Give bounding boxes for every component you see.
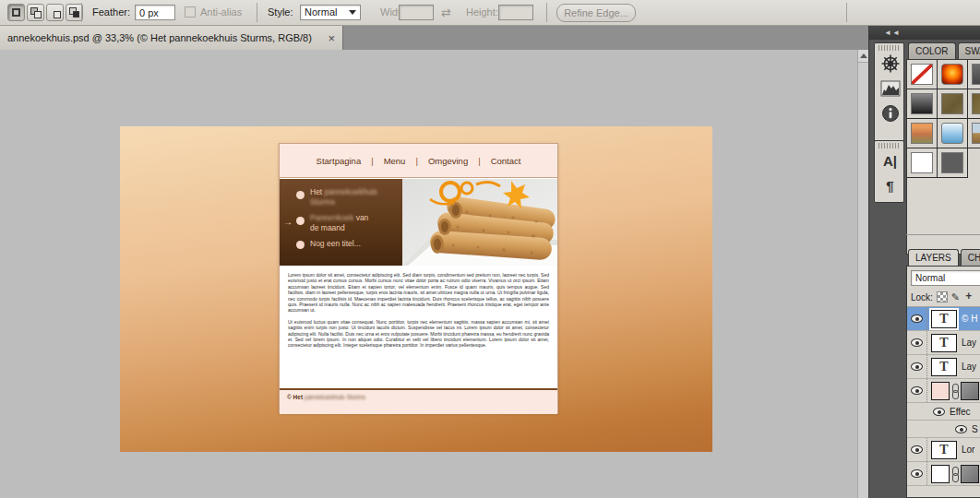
paragraph-panel-button[interactable]: ¶	[875, 173, 905, 198]
style-swatch-blue-glass[interactable]	[938, 119, 968, 148]
visibility-toggle[interactable]	[907, 379, 927, 402]
sidebar-item-2[interactable]: Pannenkoek vande maand	[310, 213, 368, 232]
style-swatch-brown-texture[interactable]	[938, 89, 968, 119]
bullet-icon	[296, 217, 305, 225]
active-arrow-icon: →	[283, 217, 293, 227]
gray-gradient-style-thumbnail	[911, 93, 933, 114]
collapse-to-icons-icon[interactable]: ◄◄	[884, 29, 901, 37]
layer-row-lorem-text[interactable]: T Lor	[907, 438, 980, 462]
new-selection-button[interactable]	[7, 4, 25, 21]
scroll-up-arrow[interactable]	[858, 50, 868, 63]
visibility-toggle[interactable]	[907, 307, 927, 330]
sunset-style-thumbnail	[911, 123, 933, 144]
layer-row-copyright-text[interactable]: T © H	[907, 307, 980, 331]
layer-row-text[interactable]: T Lay	[907, 355, 980, 379]
close-icon[interactable]: ×	[328, 32, 335, 44]
layer-row-fill-white[interactable]	[907, 462, 980, 486]
effect-item-label[interactable]: S	[972, 424, 978, 434]
character-icon: A|	[883, 153, 897, 169]
layers-panel: Normal Lock: ✎ + T © H T Lay T Lay	[906, 266, 980, 498]
visibility-toggle[interactable]	[907, 331, 927, 354]
tab-layers[interactable]: LAYERS	[908, 249, 959, 266]
add-to-selection-button[interactable]	[27, 4, 44, 21]
layers-panel-tabs: LAYERS CHAN	[908, 249, 980, 266]
layer-row-text[interactable]: T Lay	[907, 331, 980, 355]
tab-channels[interactable]: CHAN	[961, 249, 980, 266]
text-layer-thumbnail[interactable]: T	[931, 310, 957, 328]
paragraph-icon: ¶	[886, 178, 893, 194]
style-swatch-charcoal[interactable]	[938, 148, 968, 178]
vertical-scrollbar[interactable]	[857, 50, 868, 498]
text-layer-thumbnail[interactable]: T	[931, 334, 957, 352]
nav-item-menu[interactable]: Menu	[384, 156, 406, 166]
character-panel-button[interactable]: A|	[875, 148, 905, 173]
layer-effects-row[interactable]: Effec	[907, 403, 980, 421]
layer-name[interactable]: Lor	[962, 445, 974, 455]
style-swatch-sunset[interactable]	[907, 119, 938, 148]
eye-icon	[911, 314, 923, 323]
layer-row-fill-pink[interactable]	[907, 379, 980, 403]
collapse-panels-bar[interactable]: ◄◄	[869, 26, 980, 40]
document-tab-bar: annekoekhuis.psd @ 33,3% (© Het pannekoe…	[0, 26, 868, 50]
visibility-toggle[interactable]	[907, 355, 927, 378]
lock-transparency-icon[interactable]	[937, 291, 948, 302]
style-label: Style:	[268, 6, 293, 18]
layer-mask-thumbnail[interactable]	[961, 382, 979, 400]
tab-swatches[interactable]: SWAT	[958, 42, 980, 59]
style-swatch-white[interactable]	[907, 148, 938, 178]
layer-name[interactable]: © H	[962, 314, 977, 324]
style-swatch-orange-glow[interactable]	[938, 60, 968, 89]
style-swatch-olive-texture[interactable]	[968, 89, 980, 119]
info-icon	[881, 104, 900, 123]
width-input[interactable]	[399, 5, 434, 20]
panel-resize-handle[interactable]	[906, 234, 980, 235]
nav-item-contact[interactable]: Contact	[491, 156, 521, 166]
style-swatch-gray-gradient[interactable]	[907, 89, 938, 119]
lock-row: Lock: ✎ +	[907, 289, 980, 307]
antialias-checkbox[interactable]	[185, 6, 196, 18]
style-swatch-dark-gray[interactable]	[968, 60, 980, 89]
psd-canvas[interactable]: Startpagina | Menu | Omgeving | Contact …	[120, 126, 712, 452]
charcoal-style-thumbnail	[941, 152, 963, 173]
style-swatch-no-style[interactable]	[907, 60, 938, 89]
eye-icon	[911, 386, 923, 395]
eye-icon[interactable]	[955, 425, 967, 433]
sidebar-item-1[interactable]: Het pannekoekhuisSturms	[310, 187, 377, 207]
lock-label: Lock:	[911, 292, 933, 302]
feather-input[interactable]	[135, 5, 175, 20]
blend-mode-dropdown[interactable]: Normal	[911, 270, 980, 286]
orange-glow-style-thumbnail	[941, 64, 963, 85]
nav-item-omgeving[interactable]: Omgeving	[428, 156, 468, 166]
text-layer-thumbnail[interactable]: T	[931, 358, 957, 376]
swap-dimensions-icon[interactable]: ⇄	[441, 6, 451, 19]
style-dropdown[interactable]: Normal	[300, 5, 361, 20]
fill-layer-thumbnail[interactable]	[931, 465, 950, 483]
subtract-from-selection-button[interactable]	[46, 4, 64, 21]
tab-color[interactable]: COLOR	[908, 42, 956, 59]
layer-name[interactable]: Lay	[962, 338, 976, 348]
lock-pixels-icon[interactable]: ✎	[951, 291, 962, 302]
website-footer: © Het pannekoekhuis Sturms	[280, 388, 557, 414]
layer-effect-item-row[interactable]: S	[907, 421, 980, 438]
refine-edge-button[interactable]: Refine Edge...	[556, 4, 636, 22]
info-panel-button[interactable]	[875, 101, 905, 125]
histogram-panel-button[interactable]	[875, 76, 905, 101]
document-tab[interactable]: annekoekhuis.psd @ 33,3% (© Het pannekoe…	[0, 26, 343, 50]
navigator-panel-button[interactable]	[875, 51, 905, 76]
nav-item-startpagina[interactable]: Startpagina	[317, 156, 362, 166]
layer-name[interactable]: Lay	[962, 362, 976, 372]
eye-icon[interactable]	[933, 408, 945, 416]
website-nav: Startpagina | Menu | Omgeving | Contact	[280, 144, 557, 178]
eye-icon	[911, 362, 923, 371]
dark-gray-style-thumbnail	[972, 64, 980, 85]
visibility-toggle[interactable]	[907, 438, 927, 461]
visibility-toggle[interactable]	[907, 462, 927, 485]
text-layer-thumbnail[interactable]: T	[931, 441, 957, 459]
style-swatch-landscape[interactable]	[968, 119, 980, 148]
effects-label[interactable]: Effec	[950, 407, 971, 417]
lock-position-icon[interactable]: +	[965, 291, 976, 302]
layer-mask-thumbnail[interactable]	[961, 465, 979, 483]
sidebar-item-3[interactable]: Nog een titel...	[310, 239, 361, 249]
fill-layer-thumbnail[interactable]	[931, 382, 950, 400]
height-input[interactable]	[498, 5, 533, 20]
